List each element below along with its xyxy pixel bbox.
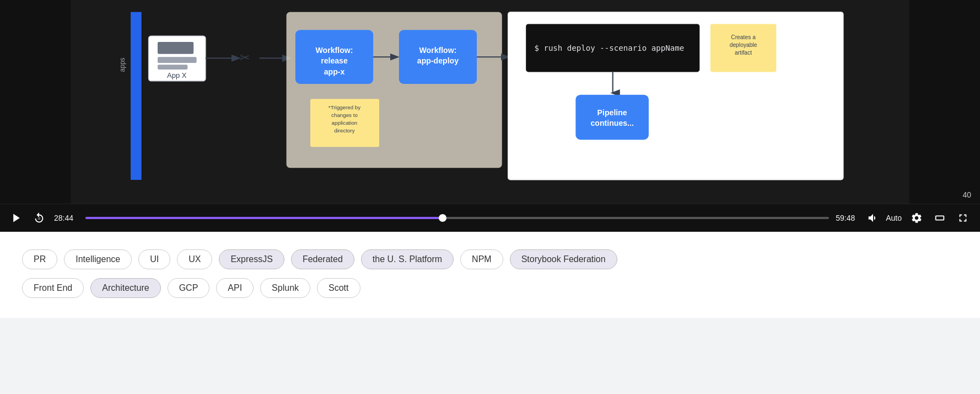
theater-button[interactable] [931,210,948,226]
svg-text:directory: directory [334,127,355,134]
svg-rect-1 [131,12,142,180]
tags-row-1: PRIntelligenceUIUXExpressJSFederatedthe … [22,249,958,269]
tag-chip-gcp[interactable]: GCP [168,278,210,298]
svg-text:release: release [321,56,348,65]
diagram-svg: apps App X ✂ Workflow: release app-x [0,0,980,204]
tag-chip-expressjs[interactable]: ExpressJS [219,249,284,269]
tag-chip-pr[interactable]: PR [22,249,57,269]
tag-chip-storybook-federation[interactable]: Storybook Federation [510,249,617,269]
svg-text:application: application [332,120,358,126]
svg-text:continues...: continues... [590,119,633,127]
tag-chip-the-us-platform[interactable]: the U. S. Platform [361,249,454,269]
tag-chip-ui[interactable]: UI [138,249,170,269]
svg-text:Pipeline: Pipeline [597,108,627,117]
video-player: apps App X ✂ Workflow: release app-x [0,0,980,232]
svg-rect-5 [158,57,197,63]
tags-row-2: Front EndArchitectureGCPAPISplunkScott [22,278,958,298]
svg-rect-34 [575,95,649,140]
svg-text:artifact: artifact [735,50,752,56]
svg-text:changes to: changes to [331,112,358,118]
tag-chip-api[interactable]: API [216,278,254,298]
svg-text:apps: apps [119,57,126,72]
svg-text:✂: ✂ [240,51,250,65]
fullscreen-button[interactable] [955,210,971,226]
svg-text:10: 10 [37,217,41,220]
svg-rect-29 [710,24,777,72]
progress-track [85,217,829,219]
svg-text:Workflow:: Workflow: [419,46,457,55]
svg-text:app-deploy: app-deploy [417,56,459,65]
tags-section: PRIntelligenceUIUXExpressJSFederatedthe … [0,232,980,318]
progress-bar[interactable] [85,212,829,223]
play-button[interactable] [9,210,24,226]
tag-chip-ux[interactable]: UX [177,249,212,269]
tag-chip-federated[interactable]: Federated [291,249,354,269]
tag-chip-scott[interactable]: Scott [317,278,360,298]
svg-text:*Triggered by: *Triggered by [329,104,360,110]
svg-text:app-x: app-x [324,67,345,76]
volume-button[interactable] [867,212,879,224]
remaining-time: 59:48 [836,214,860,222]
tag-chip-front-end[interactable]: Front End [22,278,84,298]
svg-rect-6 [158,65,187,70]
video-controls-bar: 10 28:44 59:48 Auto [0,204,980,232]
settings-button[interactable] [908,210,925,226]
svg-text:Creates a: Creates a [731,34,756,40]
replay-10-button[interactable]: 10 [31,210,47,226]
progress-thumb [439,214,446,222]
svg-text:Workflow:: Workflow: [316,46,353,55]
tag-chip-intelligence[interactable]: Intelligence [64,249,132,269]
svg-text:$ rush deploy --scenario appNa: $ rush deploy --scenario appName [534,44,684,52]
svg-text:App X: App X [167,71,187,79]
slide-number: 40 [962,190,971,199]
tag-chip-splunk[interactable]: Splunk [260,278,310,298]
svg-text:deployable: deployable [730,42,757,48]
video-frame: apps App X ✂ Workflow: release app-x [0,0,980,204]
progress-filled [85,217,443,219]
tag-chip-npm[interactable]: NPM [460,249,503,269]
current-time: 28:44 [54,214,79,222]
quality-selector[interactable]: Auto [886,214,902,222]
svg-rect-4 [158,42,193,54]
tag-chip-architecture[interactable]: Architecture [90,278,160,298]
svg-marker-37 [13,214,20,222]
